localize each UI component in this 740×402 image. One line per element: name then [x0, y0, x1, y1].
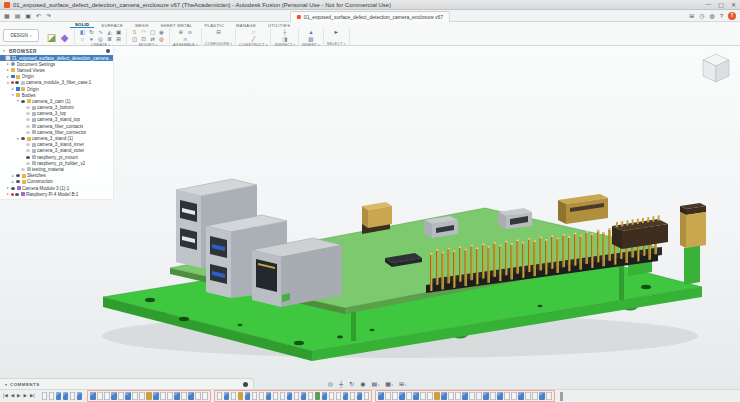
timeline-sketch-icon[interactable] [174, 392, 180, 401]
timeline-sketch-icon[interactable] [56, 392, 62, 401]
timeline-feature-icon[interactable] [231, 392, 237, 401]
go-to-end-icon[interactable]: ▶| [30, 391, 35, 401]
timeline-feature-icon[interactable] [294, 392, 300, 401]
timeline-sketch-icon[interactable] [483, 392, 489, 401]
pattern-icon[interactable]: ⊞ [114, 36, 123, 43]
browser-item[interactable]: ▾01_exposed_surface_defect_detection_cam… [0, 55, 113, 61]
shell-icon[interactable]: ▢ [148, 29, 157, 36]
notifications-icon[interactable]: ◍ [709, 11, 714, 21]
camera-connector-rear[interactable] [558, 194, 608, 224]
visibility-eye-icon[interactable] [15, 193, 19, 196]
insert-mesh-icon[interactable]: ▲ [306, 29, 315, 36]
timeline-feature-icon[interactable] [490, 392, 496, 401]
visibility-eye-icon[interactable] [21, 100, 25, 103]
timeline-feature-icon[interactable] [504, 392, 510, 401]
section-analysis-icon[interactable]: ◨ [280, 36, 289, 43]
timeline-sketch-icon[interactable] [413, 392, 419, 401]
timeline-position-marker[interactable] [560, 392, 563, 401]
timeline-sketch-icon[interactable] [287, 392, 293, 401]
timeline-feature-icon[interactable] [42, 392, 48, 401]
revolve-icon[interactable]: ↻ [87, 29, 96, 36]
camera-connector-mount[interactable] [612, 215, 668, 249]
timeline-sketch-icon[interactable] [188, 392, 194, 401]
timeline-feature-icon[interactable] [252, 392, 258, 401]
rigid-group-icon[interactable]: ≍ [181, 36, 190, 43]
visibility-eye-icon[interactable] [16, 180, 20, 183]
timeline-component-icon[interactable] [238, 392, 244, 401]
visibility-checkbox[interactable] [16, 87, 20, 91]
comments-expand-icon[interactable]: ▾ [5, 382, 7, 387]
timeline-feature-icon[interactable] [392, 392, 398, 401]
minimize-button[interactable]: — [705, 1, 711, 8]
timeline-feature-icon[interactable] [448, 392, 454, 401]
visibility-eye-icon[interactable] [26, 118, 30, 121]
timeline-sketch-icon[interactable] [399, 392, 405, 401]
timeline-sketch-icon[interactable] [497, 392, 503, 401]
joint-icon[interactable]: ∞ [185, 29, 194, 36]
configuration-icon[interactable]: ⊟ [214, 29, 223, 36]
data-panel-icon[interactable]: ▦ [4, 11, 10, 21]
timeline-feature-icon[interactable] [364, 392, 370, 401]
timeline-sketch-icon[interactable] [153, 392, 159, 401]
timeline-feature-icon[interactable] [97, 392, 103, 401]
visibility-eye-icon[interactable] [26, 125, 30, 128]
timeline-sketch-icon[interactable] [90, 392, 96, 401]
construction-axis-icon[interactable]: ╱ [249, 36, 258, 43]
visibility-eye-icon[interactable] [26, 131, 30, 134]
go-to-beginning-icon[interactable]: |◀ [3, 391, 8, 401]
timeline-feature-icon[interactable] [469, 392, 475, 401]
visibility-eye-icon[interactable] [21, 168, 25, 171]
user-avatar[interactable]: T [728, 12, 736, 20]
close-button[interactable]: ✕ [731, 1, 736, 8]
timeline-feature-icon[interactable] [280, 392, 286, 401]
browser-collapse-icon[interactable]: ▾ [3, 49, 7, 53]
timeline-joint-icon[interactable] [315, 392, 321, 401]
timeline-feature-icon[interactable] [259, 392, 265, 401]
timeline-feature-icon[interactable] [406, 392, 412, 401]
help-icon[interactable]: ? [720, 11, 723, 21]
timeline-sketch-icon[interactable] [322, 392, 328, 401]
ethernet-port[interactable] [252, 238, 342, 307]
timeline-feature-icon[interactable] [70, 392, 76, 401]
timeline-feature-icon[interactable] [202, 392, 208, 401]
loft-icon[interactable]: ◭ [105, 29, 114, 36]
timeline-feature-icon[interactable] [167, 392, 173, 401]
visibility-checkbox[interactable] [11, 75, 15, 79]
orbit-icon[interactable]: ↻ [349, 380, 354, 387]
split-body-icon[interactable]: ◫ [130, 36, 139, 43]
timeline-feature-icon[interactable] [181, 392, 187, 401]
timeline-feature-icon[interactable] [308, 392, 314, 401]
timeline-feature-icon[interactable] [49, 392, 55, 401]
play-icon[interactable]: ▶ [17, 391, 20, 401]
timeline-sketch-icon[interactable] [343, 392, 349, 401]
timeline-component-icon[interactable] [146, 392, 152, 401]
timeline-feature-icon[interactable] [420, 392, 426, 401]
timeline-sketch-icon[interactable] [77, 392, 83, 401]
save-icon[interactable]: ▣ [25, 11, 31, 21]
timeline-feature-icon[interactable] [455, 392, 461, 401]
timeline-sketch-icon[interactable] [539, 392, 545, 401]
timeline-sketch-icon[interactable] [245, 392, 251, 401]
timeline-feature-icon[interactable] [511, 392, 517, 401]
visibility-eye-icon[interactable] [26, 143, 30, 146]
browser-item[interactable]: ▸Raspberry Pi 4 Model B:1 [0, 191, 113, 197]
timeline-sketch-icon[interactable] [111, 392, 117, 401]
timeline-feature-icon[interactable] [546, 392, 552, 401]
undo-icon[interactable]: ↶ [36, 11, 41, 21]
timeline-feature-icon[interactable] [532, 392, 538, 401]
visibility-eye-icon[interactable] [26, 162, 30, 165]
step-forward-icon[interactable]: ▶ [24, 391, 27, 401]
visibility-eye-icon[interactable] [11, 187, 15, 190]
visibility-eye-icon[interactable] [16, 174, 20, 177]
zoom-icon[interactable]: ◎ [328, 380, 333, 387]
physical-material-icon[interactable]: ◍ [157, 36, 166, 43]
thread-icon[interactable]: ≣ [105, 36, 114, 43]
timeline-feature-icon[interactable] [350, 392, 356, 401]
timeline-sketch-icon[interactable] [357, 392, 363, 401]
decal-icon[interactable]: ▧ [306, 36, 315, 43]
camera-connector-corner[interactable] [680, 203, 706, 248]
maximize-button[interactable]: ▢ [718, 1, 724, 8]
file-menu-icon[interactable]: ▤ [15, 11, 21, 21]
pan-icon[interactable]: ┼ [339, 381, 343, 387]
visibility-eye-icon[interactable] [26, 106, 30, 109]
